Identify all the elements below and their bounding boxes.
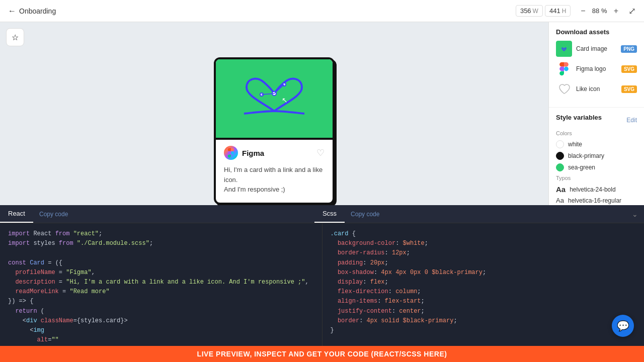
back-button[interactable]: ← Onboarding — [8, 7, 56, 16]
code-line: } — [331, 326, 636, 335]
fullscreen-button[interactable]: ⤢ — [628, 6, 636, 17]
canvas-area: ☆ — [0, 22, 548, 205]
card-profile: Figma ♡ — [224, 146, 325, 160]
react-copy-button[interactable]: Copy code — [33, 211, 74, 218]
code-line: import styles from "./Card.module.scss"; — [8, 239, 314, 248]
code-line: box-shadow: 4px 4px 0px 0 $black-primary… — [331, 268, 636, 278]
width-input[interactable]: 356 W — [516, 5, 543, 17]
typo-row-bold: Aa helvetica-24-bold — [556, 185, 637, 194]
zoom-value: 88 % — [590, 7, 610, 15]
code-line: profileName = "Figma", — [8, 268, 314, 278]
like-icon-button[interactable]: ♡ — [316, 147, 325, 158]
code-line: display: flex; — [331, 278, 636, 287]
width-label: W — [533, 8, 538, 15]
color-swatch-seagreen — [556, 163, 564, 171]
code-line: const Card = ({ — [8, 258, 314, 268]
asset-row-figma-logo: Figma logo SVG — [556, 61, 637, 77]
color-swatch-white — [556, 140, 564, 148]
typo-name-regular: helvetica-16-regular — [568, 197, 621, 204]
color-row-white: white — [556, 140, 637, 148]
collapse-button[interactable]: ⌄ — [626, 210, 644, 218]
color-name-white: white — [568, 141, 582, 148]
zoom-controls: − 88 % + — [581, 7, 618, 16]
svg-text:↖: ↖ — [282, 96, 288, 104]
color-name-black: black-primary — [568, 152, 604, 159]
code-line: align-items: flex-start; — [331, 297, 636, 306]
cta-label: LIVE PREVIEW, INSPECT AND GET YOUR CODE … — [197, 350, 447, 358]
card-body: Figma ♡ Hi, I'm a card with a link and a… — [216, 140, 333, 203]
code-line: flex-direction: column; — [331, 287, 636, 297]
profile-left: Figma — [224, 146, 264, 160]
top-bar: ← Onboarding 356 W 441 H − 88 % + ⤢ — [0, 0, 644, 22]
description-line2: And I'm responsive ;) — [224, 186, 285, 193]
edit-link[interactable]: Edit — [626, 117, 637, 124]
scss-code-panel: .card { background-color: $white; border… — [323, 223, 645, 346]
card-image-badge: PNG — [621, 45, 637, 53]
style-variables-section: Style variables Edit Colors white black-… — [549, 108, 644, 205]
code-line: border: 4px solid $black-primary; — [331, 316, 636, 326]
asset-row-card-image: Card image PNG — [556, 41, 637, 57]
code-line: .card { — [331, 229, 636, 239]
scss-tab[interactable]: Scss — [314, 205, 345, 223]
color-row-seagreen: sea-green — [556, 163, 637, 171]
card-preview: ↖ — [214, 57, 335, 205]
card-image-name: Card image — [576, 45, 617, 52]
like-icon-badge: SVG — [621, 85, 637, 93]
height-label: H — [562, 8, 567, 15]
right-panel: Download assets Card image PNG — [548, 22, 644, 205]
color-swatch-black — [556, 152, 564, 160]
code-line: <img — [8, 326, 314, 335]
typo-aa-bold: Aa — [556, 185, 566, 194]
code-line: return ( — [8, 307, 314, 316]
star-button[interactable]: ☆ — [6, 28, 24, 46]
react-tab[interactable]: React — [0, 205, 33, 223]
figma-logo-badge: SVG — [621, 65, 637, 73]
chat-bubble[interactable]: 💬 — [612, 315, 634, 337]
width-value: 356 — [520, 7, 531, 15]
middle-section: ☆ — [0, 22, 644, 205]
zoom-out-button[interactable]: − — [581, 7, 585, 16]
download-assets-section: Download assets Card image PNG — [549, 22, 644, 108]
figma-logo-thumb — [556, 61, 572, 77]
code-line: description = "Hi, I'm a card with a lin… — [8, 278, 314, 287]
code-line: justify-content: center; — [331, 307, 636, 316]
code-line: alt="" — [8, 335, 314, 345]
chat-icon: 💬 — [617, 320, 629, 332]
dimension-inputs: 356 W 441 H — [516, 5, 571, 17]
description-line1: Hi, I'm a card with a link and a like ic… — [224, 166, 323, 184]
card-image-area: ↖ — [216, 59, 333, 140]
like-icon-name: Like icon — [576, 85, 617, 93]
code-line: import React from "react"; — [8, 229, 314, 239]
code-area: React Copy code Scss Copy code ⌄ import … — [0, 205, 644, 346]
back-label: Onboarding — [19, 7, 56, 15]
color-name-seagreen: sea-green — [568, 164, 595, 171]
cta-bar[interactable]: LIVE PREVIEW, INSPECT AND GET YOUR CODE … — [0, 346, 644, 362]
code-line: background-color: $white; — [331, 239, 636, 248]
card-description: Hi, I'm a card with a link and a like ic… — [224, 165, 325, 195]
typo-name-bold: helvetica-24-bold — [570, 186, 615, 193]
code-panels: import React from "react"; import styles… — [0, 223, 644, 346]
download-assets-title: Download assets — [556, 28, 637, 36]
typos-label: Typos — [556, 175, 637, 181]
style-variables-header: Style variables Edit — [556, 114, 637, 126]
code-line: border-radius: 12px; — [331, 248, 636, 258]
colors-label: Colors — [556, 130, 637, 136]
back-arrow-icon: ← — [8, 7, 16, 16]
figma-logo-name: Figma logo — [576, 65, 617, 72]
zoom-in-button[interactable]: + — [614, 7, 618, 16]
code-line: <div className={styles.card}> — [8, 316, 314, 326]
code-line: }) => { — [8, 297, 314, 306]
react-code-panel: import React from "react"; import styles… — [0, 223, 323, 346]
color-row-black: black-primary — [556, 152, 637, 160]
typo-row-regular: Aa helvetica-16-regular — [556, 197, 637, 204]
scss-copy-button[interactable]: Copy code — [345, 211, 385, 218]
asset-row-like-icon: Like icon SVG — [556, 81, 637, 97]
card-image-thumb — [556, 41, 572, 57]
typo-aa-regular: Aa — [556, 197, 564, 204]
star-icon: ☆ — [12, 33, 19, 42]
profile-name: Figma — [242, 149, 264, 157]
code-tabs: React Copy code Scss Copy code ⌄ — [0, 205, 644, 223]
height-input[interactable]: 441 H — [545, 5, 571, 17]
like-icon-thumb — [556, 81, 572, 97]
heart-drawing: ↖ — [234, 68, 314, 129]
